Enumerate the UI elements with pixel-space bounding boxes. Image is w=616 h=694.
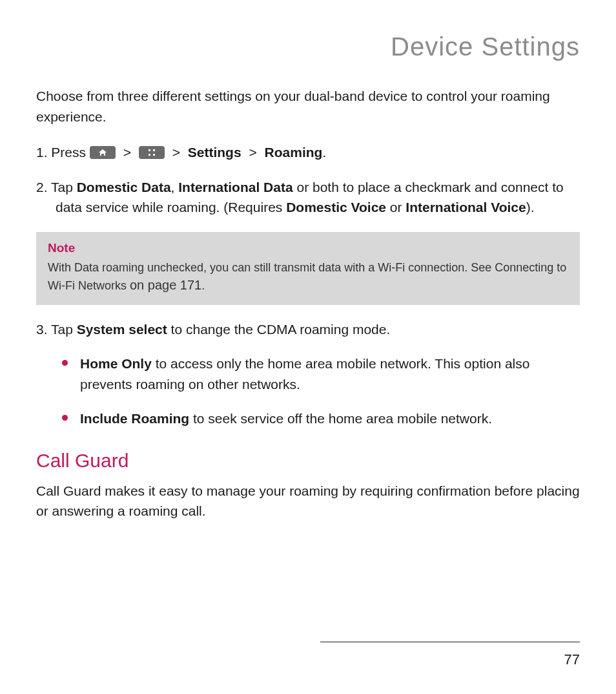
step-text: Tap [51, 180, 77, 195]
intro-paragraph: Choose from three different settings on … [36, 86, 580, 127]
step-3: 3. Tap System select to change the CDMA … [36, 319, 580, 340]
list-item: Include Roaming to seek service off the … [62, 408, 580, 429]
note-box: Note With Data roaming unchecked, you ca… [36, 232, 580, 305]
section-body: Call Guard makes it easy to manage your … [36, 481, 580, 521]
home-key-icon [90, 146, 116, 159]
term: International Voice [406, 200, 526, 215]
svg-rect-3 [153, 154, 155, 156]
step-text: ). [526, 200, 535, 215]
term: Home Only [80, 356, 152, 371]
section-heading: Call Guard [36, 450, 580, 472]
bullet-list: Home Only to access only the home area m… [62, 353, 580, 429]
svg-rect-0 [149, 149, 150, 151]
breadcrumb-separator: > [245, 145, 260, 160]
document-page: Device Settings Choose from three differ… [0, 0, 616, 694]
step-text: or [386, 200, 406, 215]
page-number: 77 [36, 651, 580, 668]
breadcrumb-separator: > [119, 145, 135, 160]
step-1: 1. Press > > Settings > Roaming. [36, 142, 580, 163]
breadcrumb-item: Settings [188, 145, 241, 160]
note-text: With Data roaming unchecked, you can sti… [48, 261, 566, 292]
list-item-text: to seek service off the home area mobile… [189, 411, 492, 426]
term: International Data [178, 180, 293, 195]
term: Domestic Voice [286, 200, 386, 215]
footer-rule [320, 642, 580, 642]
list-item: Home Only to access only the home area m… [62, 353, 580, 394]
breadcrumb-item: Roaming [265, 145, 323, 160]
apps-key-icon [139, 146, 165, 159]
page-footer: 77 [36, 642, 580, 668]
note-text: . [201, 279, 205, 292]
breadcrumb-separator: > [169, 145, 184, 160]
term: Domestic Data [77, 180, 171, 195]
term: System select [77, 322, 167, 337]
step-text: to change the CDMA roaming mode. [167, 322, 391, 337]
step-number: 2. [36, 180, 48, 195]
step-text: Tap [51, 322, 77, 337]
step-number: 1. [36, 145, 48, 160]
svg-rect-2 [149, 154, 150, 156]
term: Include Roaming [80, 411, 189, 426]
page-title: Device Settings [36, 32, 580, 61]
step-text: Press [51, 145, 90, 160]
note-page-ref: on page 171 [130, 278, 201, 292]
step-2: 2. Tap Domestic Data, International Data… [36, 177, 580, 218]
svg-rect-1 [153, 149, 155, 151]
step-number: 3. [36, 322, 48, 337]
note-title: Note [48, 241, 568, 255]
step-text: , [171, 180, 179, 195]
text: . [322, 145, 326, 160]
note-body: With Data roaming unchecked, you can sti… [48, 259, 568, 295]
